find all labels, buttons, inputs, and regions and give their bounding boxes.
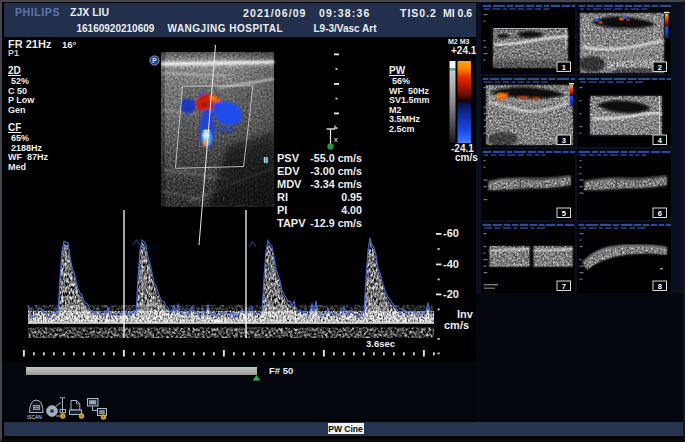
- svg-text:7: 7: [561, 281, 565, 290]
- svg-text:5: 5: [561, 208, 565, 217]
- svg-text:2: 2: [657, 62, 661, 71]
- svg-text:x: x: [334, 135, 338, 144]
- svg-text:1: 1: [561, 62, 565, 71]
- svg-text:6: 6: [657, 208, 661, 217]
- svg-text:P: P: [152, 57, 157, 64]
- svg-text:3: 3: [561, 135, 565, 144]
- svg-text:iSCAN: iSCAN: [27, 415, 42, 420]
- svg-text:8: 8: [657, 281, 661, 290]
